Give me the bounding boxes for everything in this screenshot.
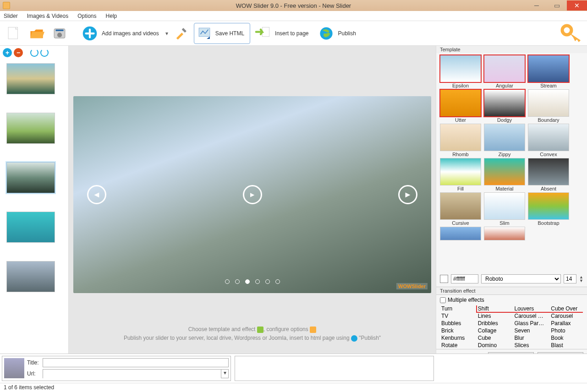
minimize-button[interactable]: ─ [527,0,547,11]
menu-bar: Slider Images & Videos Options Help [0,11,587,21]
fontsize-input[interactable] [564,274,576,283]
template-angular[interactable]: Angular [484,55,525,88]
add-media-label: Add images and videos [102,30,159,37]
description-textarea[interactable] [235,356,434,381]
title-bar: WOW Slider 9.0 - Free version - New Slid… [0,0,587,11]
tools-button[interactable] [171,23,191,44]
template-slim[interactable]: Slim [484,192,525,226]
license-key-icon[interactable] [560,24,582,44]
new-button[interactable] [4,23,24,44]
effect[interactable]: Domino [477,342,510,348]
template-material[interactable]: Material [484,158,525,191]
effects-section-label: Transition effect [436,287,587,294]
multiple-effects-checkbox[interactable]: Multiple effects [440,297,583,303]
save-project-button[interactable] [49,23,70,44]
effect[interactable]: Photo [550,327,583,334]
delete-slide-button[interactable]: − [14,48,23,57]
template-absent[interactable]: Absent [528,158,569,191]
effect[interactable]: Book [550,335,583,341]
play-button[interactable]: ▶ [243,185,262,204]
thumbnails-list[interactable] [0,60,68,354]
effects-list[interactable]: Turn Shift Louvers Cube Over TV Lines Ca… [440,305,583,349]
template-rhomb[interactable]: Rhomb [440,124,481,157]
effect[interactable]: Lines [477,313,510,319]
dot[interactable] [225,279,230,284]
template-boundary[interactable]: Boundary [528,89,569,123]
dot[interactable] [255,279,260,284]
publish-label: Publish [338,30,356,37]
effect[interactable]: Shift [477,305,510,312]
thumbnail-item[interactable] [6,212,55,243]
svg-point-7 [320,27,332,39]
template-dodgy[interactable]: Dodgy [484,89,525,123]
effect[interactable]: Blast [550,342,583,348]
effect[interactable]: Dribbles [477,320,510,327]
effect[interactable]: Seven [514,327,547,334]
effect[interactable]: Brick [440,327,473,334]
template-fill[interactable]: Fill [440,158,481,191]
dot-active[interactable] [245,279,250,284]
open-button[interactable] [27,23,47,44]
svg-rect-2 [56,29,64,31]
publish-button[interactable] [316,23,336,44]
rotate-left-button[interactable] [30,49,38,57]
effect[interactable]: Collage [477,327,510,334]
thumbnail-item-selected[interactable] [6,162,55,193]
thumbnail-item[interactable] [6,113,55,144]
dot[interactable] [275,279,280,284]
close-button[interactable]: ✕ [567,0,587,11]
template-cursive[interactable]: Cursive [440,192,481,226]
effect[interactable]: Rotate [440,342,473,348]
template-item[interactable] [440,227,481,240]
title-input[interactable] [43,358,229,367]
next-arrow[interactable]: ► [398,185,417,204]
dropdown-icon[interactable]: ▾ [165,30,168,37]
dot[interactable] [265,279,270,284]
prev-arrow[interactable]: ◄ [87,185,106,204]
watermark: WOWSlider [396,283,428,289]
effect[interactable]: Parallax [550,320,583,327]
template-convex[interactable]: Convex [528,124,569,157]
thumbnail-item[interactable] [6,261,55,292]
effect[interactable]: Louvers [514,305,547,312]
effect[interactable]: Carousel B... [514,313,547,319]
menu-options[interactable]: Options [77,13,96,19]
font-select[interactable]: Roboto [481,274,561,283]
effect[interactable]: Glass Parall... [514,320,547,327]
save-html-button[interactable] [195,24,214,43]
rotate-right-button[interactable] [40,49,49,57]
template-epsilon[interactable]: Epsilon [440,55,481,88]
thumbnail-item[interactable] [6,63,55,94]
template-zippy[interactable]: Zippy [484,124,525,157]
effect[interactable]: Kenburns [440,335,473,341]
spinner-icon[interactable]: ▲▼ [579,275,583,283]
menu-images[interactable]: Images & Videos [27,13,69,19]
template-stream[interactable]: Stream [528,55,569,88]
effect[interactable]: Carousel [550,313,583,319]
url-label: Url: [27,370,41,377]
template-bootstrap[interactable]: Bootstrap [528,192,569,226]
effect[interactable]: Bubbles [440,320,473,327]
right-panel: Template Epsilon Angular Stream Utter Do… [436,46,587,354]
color-input[interactable] [451,274,478,283]
maximize-button[interactable]: ▭ [547,0,567,11]
color-swatch[interactable] [440,275,448,283]
effect[interactable]: Cube [477,335,510,341]
templates-grid: Epsilon Angular Stream Utter Dodgy Bound… [436,53,587,242]
effect[interactable]: Cube Over [550,305,583,312]
menu-slider[interactable]: Slider [4,13,18,19]
insert-button[interactable] [253,23,273,44]
template-item[interactable] [484,227,525,240]
effect[interactable]: Turn [440,305,473,312]
status-bar: 1 of 6 items selected [0,383,587,392]
dot[interactable] [235,279,240,284]
add-media-button[interactable] [80,23,100,44]
template-utter[interactable]: Utter [440,89,481,123]
save-html-label: Save HTML [215,30,244,37]
effect[interactable]: Blur [514,335,547,341]
effect[interactable]: Slices [514,342,547,348]
effect[interactable]: TV [440,313,473,319]
add-slide-button[interactable]: + [3,48,12,57]
menu-help[interactable]: Help [106,13,117,19]
url-combo[interactable]: ▾ [43,369,229,378]
